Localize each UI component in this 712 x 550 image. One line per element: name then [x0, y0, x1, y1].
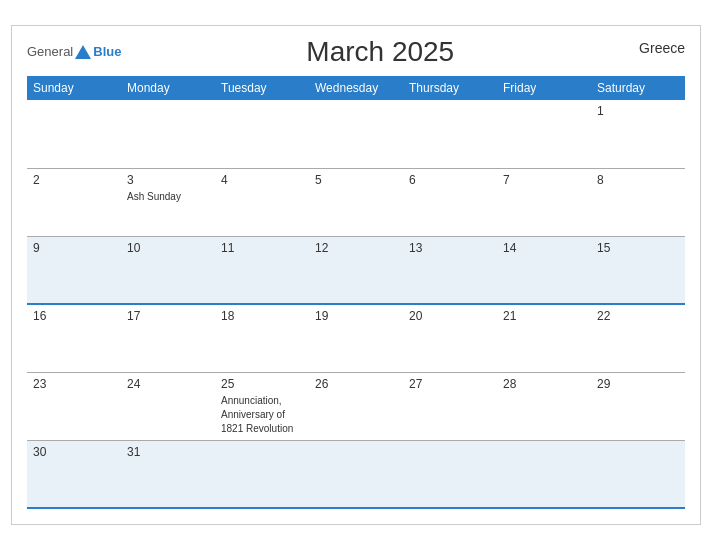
day-number: 1 [597, 104, 679, 118]
day-number: 19 [315, 309, 397, 323]
day-number: 5 [315, 173, 397, 187]
weekday-header-row: Sunday Monday Tuesday Wednesday Thursday… [27, 76, 685, 100]
logo: General Blue [27, 45, 121, 60]
day-number: 17 [127, 309, 209, 323]
day-number: 10 [127, 241, 209, 255]
calendar-day-cell: 8 [591, 168, 685, 236]
calendar-table: Sunday Monday Tuesday Wednesday Thursday… [27, 76, 685, 509]
calendar-day-cell [497, 440, 591, 508]
calendar-day-cell: 2 [27, 168, 121, 236]
calendar-day-cell: 31 [121, 440, 215, 508]
day-number: 31 [127, 445, 209, 459]
header-tuesday: Tuesday [215, 76, 309, 100]
day-number: 20 [409, 309, 491, 323]
calendar-day-cell: 10 [121, 236, 215, 304]
day-number: 12 [315, 241, 397, 255]
calendar-day-cell [121, 100, 215, 168]
calendar-day-cell: 21 [497, 304, 591, 372]
calendar-week-row: 16171819202122 [27, 304, 685, 372]
day-number: 29 [597, 377, 679, 391]
calendar-day-cell: 30 [27, 440, 121, 508]
calendar-day-cell: 14 [497, 236, 591, 304]
day-number: 24 [127, 377, 209, 391]
day-number: 9 [33, 241, 115, 255]
day-number: 18 [221, 309, 303, 323]
calendar-week-row: 9101112131415 [27, 236, 685, 304]
day-number: 4 [221, 173, 303, 187]
calendar-day-cell: 20 [403, 304, 497, 372]
header-saturday: Saturday [591, 76, 685, 100]
calendar-day-cell [27, 100, 121, 168]
calendar-day-cell: 17 [121, 304, 215, 372]
calendar-week-row: 232425Annunciation, Anniversary of 1821 … [27, 372, 685, 440]
event-label: Annunciation, Anniversary of 1821 Revolu… [221, 395, 293, 434]
day-number: 14 [503, 241, 585, 255]
day-number: 13 [409, 241, 491, 255]
calendar-day-cell: 18 [215, 304, 309, 372]
calendar-day-cell: 9 [27, 236, 121, 304]
header-thursday: Thursday [403, 76, 497, 100]
header-wednesday: Wednesday [309, 76, 403, 100]
event-label: Ash Sunday [127, 191, 181, 202]
calendar-day-cell: 4 [215, 168, 309, 236]
calendar-day-cell: 23 [27, 372, 121, 440]
calendar-day-cell: 3Ash Sunday [121, 168, 215, 236]
calendar-day-cell: 7 [497, 168, 591, 236]
day-number: 3 [127, 173, 209, 187]
day-number: 30 [33, 445, 115, 459]
calendar-day-cell: 24 [121, 372, 215, 440]
logo-blue-text: Blue [93, 45, 121, 59]
calendar-day-cell: 19 [309, 304, 403, 372]
day-number: 25 [221, 377, 303, 391]
calendar-day-cell: 22 [591, 304, 685, 372]
day-number: 7 [503, 173, 585, 187]
calendar-day-cell [215, 440, 309, 508]
calendar-day-cell [591, 440, 685, 508]
calendar-day-cell: 25Annunciation, Anniversary of 1821 Revo… [215, 372, 309, 440]
day-number: 8 [597, 173, 679, 187]
calendar-week-row: 23Ash Sunday45678 [27, 168, 685, 236]
logo-general-text: General [27, 45, 73, 59]
calendar-day-cell [403, 440, 497, 508]
header-monday: Monday [121, 76, 215, 100]
day-number: 26 [315, 377, 397, 391]
calendar-title: March 2025 [121, 36, 639, 68]
calendar-day-cell: 1 [591, 100, 685, 168]
header-sunday: Sunday [27, 76, 121, 100]
calendar-day-cell: 12 [309, 236, 403, 304]
calendar-day-cell: 28 [497, 372, 591, 440]
calendar-day-cell [403, 100, 497, 168]
day-number: 23 [33, 377, 115, 391]
calendar-day-cell [497, 100, 591, 168]
calendar-day-cell: 26 [309, 372, 403, 440]
calendar-day-cell: 6 [403, 168, 497, 236]
calendar-day-cell [309, 100, 403, 168]
day-number: 21 [503, 309, 585, 323]
day-number: 27 [409, 377, 491, 391]
calendar-day-cell: 29 [591, 372, 685, 440]
day-number: 16 [33, 309, 115, 323]
header-friday: Friday [497, 76, 591, 100]
calendar-day-cell: 13 [403, 236, 497, 304]
day-number: 2 [33, 173, 115, 187]
day-number: 6 [409, 173, 491, 187]
day-number: 28 [503, 377, 585, 391]
calendar-day-cell [309, 440, 403, 508]
calendar-day-cell: 5 [309, 168, 403, 236]
calendar-day-cell: 11 [215, 236, 309, 304]
calendar-day-cell: 27 [403, 372, 497, 440]
day-number: 11 [221, 241, 303, 255]
calendar-week-row: 3031 [27, 440, 685, 508]
logo-triangle-icon [75, 45, 91, 59]
calendar-header: General Blue March 2025 Greece [27, 36, 685, 68]
country-label: Greece [639, 40, 685, 56]
calendar-day-cell [215, 100, 309, 168]
calendar-day-cell: 15 [591, 236, 685, 304]
calendar-container: General Blue March 2025 Greece Sunday Mo… [11, 25, 701, 525]
day-number: 22 [597, 309, 679, 323]
day-number: 15 [597, 241, 679, 255]
calendar-day-cell: 16 [27, 304, 121, 372]
calendar-week-row: 1 [27, 100, 685, 168]
